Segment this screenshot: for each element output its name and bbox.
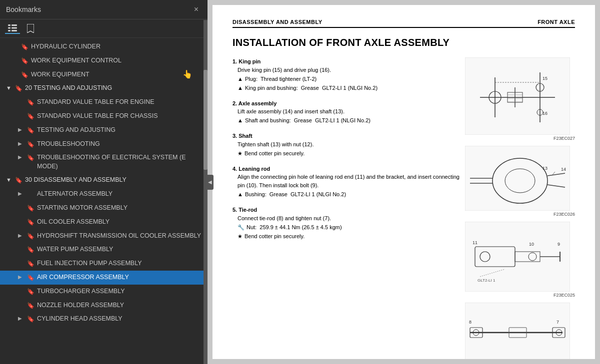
bookmark-marker: 🔖: [27, 302, 34, 310]
bookmark-view-button[interactable]: [24, 22, 37, 34]
bookmark-marker: 🔖: [21, 71, 28, 79]
sidebar-item-air-compressor[interactable]: ▶ 🔖 AIR COMPRESSOR ASSEMBLY: [0, 271, 208, 285]
bookmark-icon: [27, 24, 34, 33]
sidebar-item-work-equipment-control[interactable]: 🔖 WORK EQUIPMENT CONTROL: [0, 54, 208, 68]
section-num: 1.: [232, 58, 238, 64]
section-num: 3.: [232, 133, 238, 139]
section-num: 4.: [232, 166, 238, 172]
svg-rect-2: [8, 27, 10, 29]
bookmark-marker: 🔖: [15, 84, 22, 93]
item-label: ALTERNATOR ASSEMBLY: [37, 190, 204, 199]
content-area: 1. King pin Drive king pin (15) and driv…: [232, 57, 575, 359]
item-label: TESTING AND ADJUSTING: [37, 126, 204, 135]
section-title: Shaft: [238, 133, 252, 139]
fig-caption-1: F23EC027: [465, 136, 575, 141]
document-panel: DISASSEMBLY AND ASSEMBLY FRONT AXLE INST…: [208, 0, 600, 364]
figure-4: 8 7 F23EC024: [465, 303, 575, 359]
fig-f23ec024: 8 7: [465, 303, 570, 359]
bookmark-marker: 🔖: [21, 43, 28, 51]
item-label: WORK EQUIPMENT CONTROL: [31, 56, 204, 65]
item-label: WORK EQUIPMENT: [31, 70, 204, 79]
fig-f23ec025: 11 10 9 GLT2-LI 1: [465, 222, 570, 292]
item-label: AIR COMPRESSOR ASSEMBLY: [37, 273, 204, 282]
sidebar-item-hydraulic-cylinder[interactable]: 🔖 HYDRAULIC CYLINDER: [0, 40, 208, 54]
sidebar-item-30-disassembly[interactable]: ▼ 🔖 30 DISASSEMBLY AND ASSEMBLY: [0, 173, 208, 187]
svg-rect-3: [12, 27, 17, 29]
fig-caption-2: F23EC026: [465, 212, 575, 217]
collapse-icon: ▼: [6, 84, 13, 92]
item-label: OIL COOLER ASSEMBLY: [37, 218, 204, 227]
figure-1: 15 16 F23EC027: [465, 57, 575, 141]
item-label: TROUBLESHOOTING: [37, 140, 204, 149]
item-label: FUEL INJECTION PUMP ASSEMBLY: [37, 259, 204, 268]
sidebar-item-hydroshift[interactable]: ▶ 🔖 HYDROSHIFT TRANSMISSION OIL COOLER A…: [0, 229, 208, 243]
sidebar-item-turbocharger[interactable]: 🔖 TURBOCHARGER ASSEMBLY: [0, 285, 208, 299]
sidebar-item-troubleshooting[interactable]: ▶ 🔖 TROUBLESHOOTING: [0, 137, 208, 151]
sidebar-item-work-equipment[interactable]: 🔖 WORK EQUIPMENT 👆: [0, 68, 208, 82]
sidebar-item-nozzle-holder[interactable]: 🔖 NOZZLE HOLDER ASSEMBLY: [0, 299, 208, 313]
sidebar-item-20-testing[interactable]: ▼ 🔖 20 TESTING AND ADJUSTING: [0, 81, 208, 95]
section-num: 5.: [232, 207, 238, 213]
svg-text:16: 16: [542, 111, 548, 116]
doc-header-left: DISASSEMBLY AND ASSEMBLY: [232, 19, 322, 25]
fig-f23ec027: 15 16: [465, 57, 570, 135]
sidebar-item-oil-cooler[interactable]: 🔖 OIL COOLER ASSEMBLY: [0, 215, 208, 229]
sidebar-item-standard-engine[interactable]: 🔖 STANDARD VALUE TABLE FOR ENGINE: [0, 95, 208, 109]
svg-text:14: 14: [561, 167, 566, 172]
bookmark-marker: 🔖: [27, 112, 34, 121]
item-label: TROUBLESHOOTING OF ELECTRICAL SYSTEM (E …: [37, 153, 204, 171]
section-title: Tie-rod: [238, 207, 257, 213]
section-body: Align the connecting pin hole of leaning…: [238, 173, 460, 199]
bookmark-marker: 🔖: [27, 98, 34, 107]
section-4: 4. Leaning rod Align the connecting pin …: [232, 165, 460, 199]
bookmark-marker: 🔖: [21, 57, 28, 65]
bookmark-marker: 🔖: [27, 246, 34, 254]
bookmark-marker: 🔖: [27, 232, 34, 241]
svg-text:GLT2-LI 1: GLT2-LI 1: [478, 278, 496, 283]
text-column: 1. King pin Drive king pin (15) and driv…: [232, 57, 460, 359]
svg-text:8: 8: [469, 320, 472, 325]
bookmark-marker: 🔖: [27, 154, 34, 162]
item-label: HYDRAULIC CYLINDER: [31, 42, 204, 51]
item-label: TURBOCHARGER ASSEMBLY: [37, 287, 204, 296]
sidebar-item-cylinder-head[interactable]: ▶ 🔖 CYLINDER HEAD ASSEMBLY: [0, 312, 208, 326]
doc-header-right: FRONT AXLE: [538, 19, 575, 25]
close-button[interactable]: ×: [191, 4, 202, 15]
figure-3: 11 10 9 GLT2-LI 1 F23EC025: [465, 222, 575, 298]
svg-rect-1: [12, 24, 17, 26]
expand-icon: ▶: [18, 126, 25, 133]
bookmark-marker: 🔖: [27, 140, 34, 149]
section-3: 3. Shaft Tighten shaft (13) with nut (12…: [232, 132, 460, 158]
section-5: 5. Tie-rod Connect tie-rod (8) and tight…: [232, 206, 460, 241]
bookmark-marker: 🔖: [27, 260, 34, 268]
item-label: NOZZLE HOLDER ASSEMBLY: [37, 301, 204, 310]
bookmark-tree: 🔖 HYDRAULIC CYLINDER 🔖 WORK EQUIPMENT CO…: [0, 38, 208, 364]
scrollbar-thumb[interactable]: [204, 70, 208, 170]
section-2: 2. Axle assembly Lift axle assembly (14)…: [232, 99, 460, 125]
sidebar-item-water-pump[interactable]: 🔖 WATER PUMP ASSEMBLY: [0, 243, 208, 257]
svg-rect-6: [465, 57, 570, 135]
bookmark-marker: 🔖: [27, 288, 34, 296]
fig-f23ec026: 13 14: [465, 146, 570, 211]
list-view-button[interactable]: [5, 23, 20, 34]
svg-rect-4: [8, 30, 10, 31]
sidebar-item-testing-adjusting[interactable]: ▶ 🔖 TESTING AND ADJUSTING: [0, 123, 208, 137]
section-title: Leaning rod: [238, 166, 270, 172]
sidebar-item-alternator[interactable]: ▶ 🔖 ALTERNATOR ASSEMBLY: [0, 187, 208, 201]
sidebar-item-standard-chassis[interactable]: 🔖 STANDARD VALUE TABLE FOR CHASSIS: [0, 109, 208, 123]
figure-2: 13 14 F23EC026: [465, 146, 575, 217]
expand-icon: ▶: [18, 274, 25, 281]
sidebar-item-troubleshooting-electrical[interactable]: ▶ 🔖 TROUBLESHOOTING OF ELECTRICAL SYSTEM…: [0, 151, 208, 173]
section-body: Connect tie-rod (8) and tighten nut (7).…: [238, 214, 460, 241]
panel-collapse-button[interactable]: ◀: [206, 175, 214, 190]
doc-header: DISASSEMBLY AND ASSEMBLY FRONT AXLE: [232, 19, 575, 28]
section-body: Tighten shaft (13) with nut (12). ★Bend …: [238, 140, 460, 158]
section-num: 2.: [232, 100, 238, 106]
expand-icon: ▶: [18, 315, 25, 322]
sidebar-item-fuel-injection[interactable]: 🔖 FUEL INJECTION PUMP ASSEMBLY: [0, 257, 208, 271]
expand-icon: ▶: [18, 232, 25, 239]
svg-text:13: 13: [542, 166, 548, 171]
sidebar-item-starting-motor[interactable]: 🔖 STARTING MOTOR ASSEMBLY: [0, 201, 208, 215]
section-body: Lift axle assembly (14) and insert shaft…: [238, 107, 460, 125]
item-label: 30 DISASSEMBLY AND ASSEMBLY: [25, 176, 204, 185]
